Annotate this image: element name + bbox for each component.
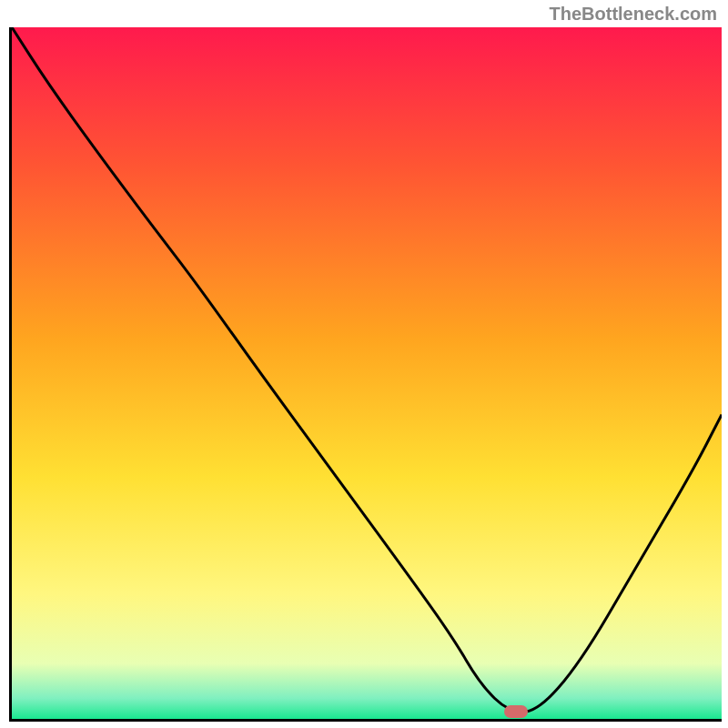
curve-overlay xyxy=(12,27,722,719)
bottleneck-curve xyxy=(12,27,722,712)
chart-container: TheBottleneck.com xyxy=(0,0,728,728)
watermark-text: TheBottleneck.com xyxy=(550,4,717,25)
chart-plot-area xyxy=(9,27,722,722)
optimal-marker xyxy=(504,705,528,718)
